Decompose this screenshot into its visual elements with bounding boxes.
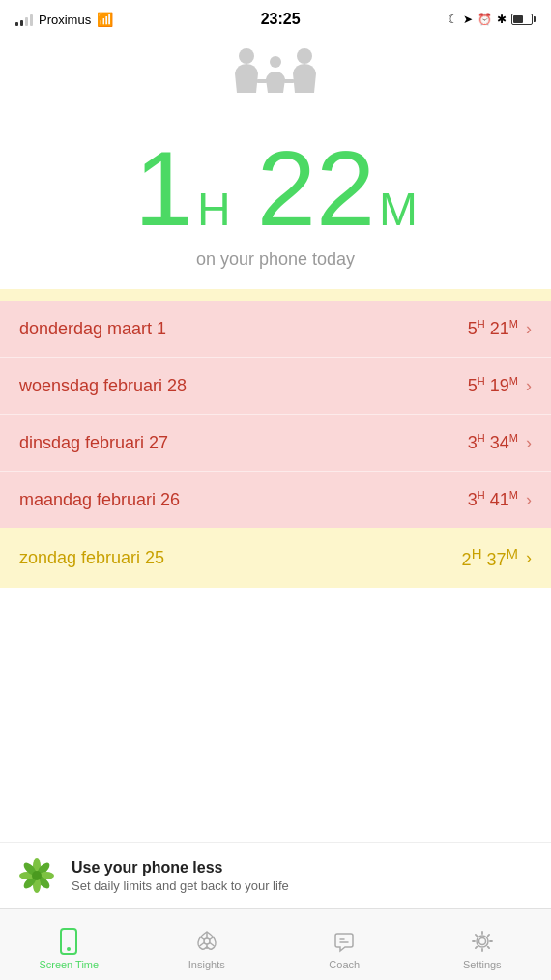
- hours-unit: H: [197, 187, 230, 233]
- tab-screen-time-label: Screen Time: [39, 959, 99, 970]
- list-section: donderdag maart 1 5H 21M › woensdag febr…: [0, 289, 551, 588]
- family-icon: [227, 44, 324, 106]
- item-date-3: maandag februari 26: [19, 490, 180, 510]
- list-item[interactable]: dinsdag februari 27 3H 34M ›: [0, 415, 551, 472]
- tab-bar: Screen Time Insights Coach: [0, 908, 551, 980]
- yellow-top-strip: [0, 289, 551, 301]
- tab-insights-label: Insights: [188, 959, 225, 970]
- list-item[interactable]: woensdag februari 28 5H 19M ›: [0, 358, 551, 415]
- item-date-2: dinsdag februari 27: [19, 433, 168, 453]
- item-time-3: 3H 41M: [468, 489, 518, 510]
- tab-screen-time[interactable]: Screen Time: [0, 920, 138, 970]
- chevron-icon-1: ›: [526, 376, 532, 396]
- item-right-3: 3H 41M ›: [468, 489, 532, 510]
- battery-icon: [511, 14, 536, 25]
- minutes-unit: M: [379, 187, 417, 233]
- chevron-icon-0: ›: [526, 319, 532, 339]
- coach-icon: [331, 928, 358, 955]
- svg-line-19: [210, 942, 215, 946]
- tab-settings-label: Settings: [463, 959, 502, 970]
- chevron-icon-2: ›: [526, 433, 532, 453]
- partial-date: zondag februari 25: [19, 548, 164, 568]
- flower-icon: [15, 854, 58, 897]
- settings-icon: [469, 928, 496, 955]
- item-right-0: 5H 21M ›: [468, 318, 532, 339]
- svg-point-21: [478, 937, 485, 944]
- banner-subtitle: Set daily limits and get back to your li…: [72, 879, 289, 893]
- tab-insights[interactable]: Insights: [138, 920, 276, 970]
- partial-time-value: 2H 37M: [462, 545, 518, 570]
- yellow-partial-row[interactable]: zondag februari 25 2H 37M ›: [0, 528, 551, 588]
- daily-list: donderdag maart 1 5H 21M › woensdag febr…: [0, 301, 551, 528]
- status-left: Proximus 📶: [15, 12, 113, 27]
- item-date-1: woensdag februari 28: [19, 376, 187, 396]
- bluetooth-icon: ✱: [497, 13, 507, 26]
- tab-settings[interactable]: Settings: [414, 920, 552, 970]
- promo-banner[interactable]: Use your phone less Set daily limits and…: [0, 842, 551, 908]
- wifi-icon: 📶: [97, 12, 113, 27]
- item-right-2: 3H 34M ›: [468, 432, 532, 453]
- chevron-icon-3: ›: [526, 490, 532, 510]
- svg-point-1: [270, 56, 281, 68]
- alarm-icon: ⏰: [478, 13, 492, 26]
- item-right-1: 5H 19M ›: [468, 375, 532, 396]
- item-time-2: 3H 34M: [468, 432, 518, 453]
- screen-time-icon: [55, 928, 82, 955]
- svg-point-0: [239, 48, 254, 64]
- minutes-number: 22: [257, 135, 375, 242]
- banner-text: Use your phone less Set daily limits and…: [72, 859, 289, 893]
- item-date-0: donderdag maart 1: [19, 319, 166, 339]
- status-bar: Proximus 📶 23:25 ☾ ➤ ⏰ ✱: [0, 0, 551, 35]
- tab-coach-label: Coach: [329, 959, 360, 970]
- tab-coach[interactable]: Coach: [276, 920, 414, 970]
- item-time-1: 5H 19M: [468, 375, 518, 396]
- status-time: 23:25: [261, 11, 301, 28]
- insights-icon: [193, 928, 220, 955]
- time-display: 1 H 22 M: [134, 135, 417, 242]
- list-item[interactable]: maandag februari 26 3H 41M ›: [0, 472, 551, 528]
- moon-icon: ☾: [448, 13, 458, 26]
- carrier-label: Proximus: [39, 13, 91, 27]
- location-icon: ➤: [463, 13, 473, 26]
- hours-number: 1: [134, 135, 193, 242]
- svg-point-2: [297, 48, 312, 64]
- banner-title: Use your phone less: [72, 859, 289, 877]
- status-right: ☾ ➤ ⏰ ✱: [448, 13, 536, 26]
- item-time-0: 5H 21M: [468, 318, 518, 339]
- list-item[interactable]: donderdag maart 1 5H 21M ›: [0, 301, 551, 358]
- svg-point-13: [32, 871, 42, 880]
- partial-time: 2H 37M ›: [462, 545, 532, 570]
- svg-line-18: [199, 942, 204, 946]
- signal-icon: [15, 13, 33, 26]
- header: 1 H 22 M on your phone today: [0, 35, 551, 289]
- time-subtitle: on your phone today: [196, 249, 355, 270]
- partial-chevron: ›: [526, 548, 532, 568]
